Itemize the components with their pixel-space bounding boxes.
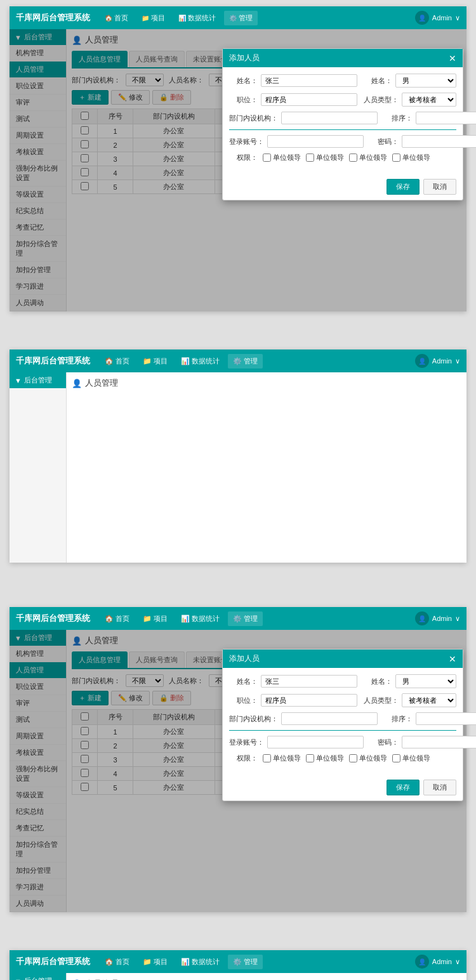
modal-auth-row: 权限： 单位领导 单位领导 单位领导 单位领导 — [229, 153, 456, 162]
modal-overlay: 添加人员 ✕ 姓名： 姓名： — [10, 29, 466, 311]
nav3-stats[interactable]: 📊 数据统计 — [176, 611, 225, 626]
manage-icon: ⚙️ — [229, 15, 237, 22]
nav2-project[interactable]: 📁 项目 — [138, 354, 173, 369]
position-input[interactable] — [261, 93, 357, 106]
m3-login-input[interactable] — [267, 736, 364, 748]
m3-pwd-input[interactable] — [402, 736, 476, 748]
modal-footer: 保存 取消 — [223, 174, 463, 200]
pwd-group: 密码： — [370, 135, 476, 148]
modal-close-3[interactable]: ✕ — [449, 655, 456, 663]
modal-auth-label: 权限： — [229, 153, 258, 162]
home-icon: 🏠 — [105, 15, 112, 22]
m3-gender-lbl: 姓名： — [364, 677, 392, 686]
type-group: 人员类型： 被考核者 — [364, 93, 456, 107]
m3-divider — [229, 730, 456, 731]
m3-dept-lbl: 部门内设机构： — [229, 714, 278, 724]
nav3-home[interactable]: 🏠 首页 — [100, 611, 135, 626]
surname-input[interactable] — [261, 74, 357, 87]
partial-layout: ▼ 后台管理 👤 人员管理 — [10, 372, 466, 563]
modal-footer-3: 保存 取消 — [223, 774, 463, 800]
type-label: 人员类型： — [364, 95, 399, 105]
cancel-button[interactable]: 取消 — [423, 179, 456, 195]
modal-row-4: 登录账号： 密码： — [229, 135, 456, 148]
nav-home[interactable]: 🏠 首页 — [100, 11, 133, 25]
login-group: 登录账号： — [229, 135, 364, 148]
nav2-home[interactable]: 🏠 首页 — [100, 354, 135, 369]
modal-auth-cb4[interactable]: 单位领导 — [392, 153, 430, 162]
modal-dept-group: 部门内设机构： — [229, 112, 378, 124]
nav2-stats[interactable]: 📊 数据统计 — [176, 354, 225, 369]
modal-row-1: 姓名： 姓名： 男 女 — [229, 74, 456, 88]
modal-row-2: 职位： 人员类型： 被考核者 — [229, 93, 456, 107]
save-btn-3[interactable]: 保存 — [387, 780, 420, 795]
m3-surname-input[interactable] — [261, 675, 357, 688]
nav-items: 🏠 首页 📁 项目 📊 数据统计 ⚙️ 管理 — [100, 11, 415, 25]
nav4-project[interactable]: 📁 项目 — [138, 955, 173, 969]
type-select[interactable]: 被考核者 — [402, 93, 456, 107]
m3-dept-input[interactable] — [281, 712, 378, 725]
brand-2: 千库网后台管理系统 — [16, 355, 90, 367]
sidebar-group-4: ▼ 后台管理 — [10, 973, 66, 980]
surname-label: 姓名： — [229, 76, 258, 86]
gender-select[interactable]: 男 女 — [395, 74, 456, 88]
brand-4: 千库网后台管理系统 — [16, 956, 90, 967]
avatar-4: 👤 — [415, 955, 429, 969]
login-label: 登录账号： — [229, 137, 264, 147]
modal-row-3: 部门内设机构： 排序： — [229, 112, 456, 124]
modal-header: 添加人员 ✕ — [223, 49, 463, 67]
sidebar-2: ▼ 后台管理 — [10, 372, 67, 563]
m3-auth-cb1[interactable]: 单位领导 — [263, 754, 301, 763]
main-layout-3: ▼ 后台管理 机构管理 人员管理 职位设置 审评 测试 周期设置 考核设置 强制… — [10, 630, 466, 912]
m3-auth-cb4[interactable]: 单位领导 — [392, 754, 430, 763]
sidebar-4: ▼ 后台管理 — [10, 973, 67, 980]
order-label: 排序： — [384, 114, 413, 123]
nav4-home[interactable]: 🏠 首页 — [100, 955, 135, 969]
modal-dept-label: 部门内设机构： — [229, 114, 278, 123]
position-label: 职位： — [229, 95, 258, 105]
gender-label: 姓名： — [364, 76, 392, 86]
cancel-btn-3[interactable]: 取消 — [423, 780, 456, 795]
stats-icon: 📊 — [178, 15, 186, 22]
nav-manage[interactable]: ⚙️ 管理 — [224, 11, 258, 25]
modal-close-button[interactable]: ✕ — [449, 54, 456, 63]
nav4-manage[interactable]: ⚙️ 管理 — [228, 955, 263, 969]
modal-auth-cb3[interactable]: 单位领导 — [349, 153, 387, 162]
order-input[interactable] — [416, 112, 476, 124]
nav-project[interactable]: 📁 项目 — [136, 11, 170, 25]
modal-divider — [229, 129, 456, 130]
m3-auth-cb3[interactable]: 单位领导 — [349, 754, 387, 763]
pwd-input[interactable] — [402, 135, 476, 148]
login-input[interactable] — [267, 135, 364, 148]
content-area-2: 👤 人员管理 — [67, 372, 466, 563]
m3-row1: 姓名： 姓名： 男 — [229, 674, 456, 688]
m3-order-input[interactable] — [416, 712, 476, 725]
pwd-label: 密码： — [370, 137, 399, 147]
navbar-4: 千库网后台管理系统 🏠 首页 📁 项目 📊 数据统计 ⚙️ 管理 👤 Admin… — [10, 950, 466, 973]
brand: 千库网后台管理系统 — [16, 12, 90, 23]
nav3-manage[interactable]: ⚙️ 管理 — [228, 611, 263, 626]
modal-overlay-3: 添加人员 ✕ 姓名： 姓名： 男 — [10, 630, 466, 912]
avatar-3: 👤 — [415, 611, 429, 625]
m3-auth-row: 权限： 单位领导 单位领导 单位领导 单位领导 — [229, 754, 456, 763]
nav-stats[interactable]: 📊 数据统计 — [173, 11, 221, 25]
surname-group: 姓名： — [229, 74, 357, 87]
m3-order-lbl: 排序： — [384, 714, 413, 724]
nav2-manage[interactable]: ⚙️ 管理 — [228, 354, 263, 369]
nav3-project[interactable]: 📁 项目 — [138, 611, 173, 626]
m3-type-select[interactable]: 被考核者 — [402, 693, 456, 707]
m3-gender-select[interactable]: 男 — [395, 674, 456, 688]
gap-1 — [0, 324, 476, 343]
save-button[interactable]: 保存 — [387, 179, 420, 195]
nav4-stats[interactable]: 📊 数据统计 — [176, 955, 225, 969]
m3-pos-input[interactable] — [261, 694, 357, 707]
modal-header-3: 添加人员 ✕ — [223, 650, 463, 668]
modal-auth-cb2[interactable]: 单位领导 — [306, 153, 344, 162]
m3-row4: 登录账号： 密码： — [229, 736, 456, 748]
project-icon: 📁 — [142, 15, 149, 22]
m3-auth-cb2[interactable]: 单位领导 — [306, 754, 344, 763]
nav-4: 🏠 首页 📁 项目 📊 数据统计 ⚙️ 管理 — [100, 955, 415, 969]
modal-dept-input[interactable] — [281, 112, 378, 124]
navbar-3: 千库网后台管理系统 🏠 首页 📁 项目 📊 数据统计 ⚙️ 管理 👤 Admin… — [10, 607, 466, 630]
m3-row2: 职位： 人员类型： 被考核者 — [229, 693, 456, 707]
modal-auth-cb1[interactable]: 单位领导 — [263, 153, 301, 162]
